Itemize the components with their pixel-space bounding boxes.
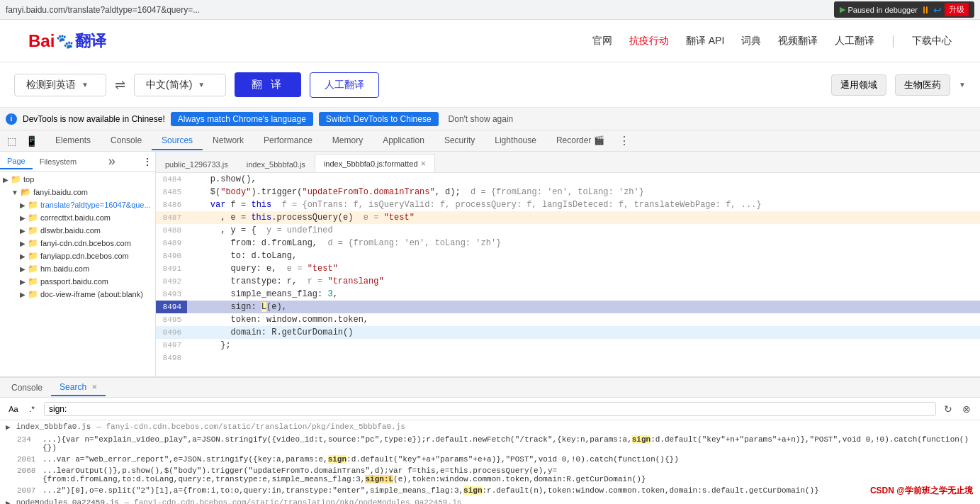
- domain-biomedical-button[interactable]: 生物医药: [895, 74, 950, 96]
- file-tree: ▶ 📁 top ▼ 📂 fanyi.baidu.com ▶ 📁 translat…: [0, 172, 155, 302]
- translate-to-arrow: ▼: [198, 81, 205, 89]
- devtools-more-tabs[interactable]: ⋮: [614, 131, 634, 150]
- tab-console[interactable]: Console: [101, 132, 152, 150]
- nav-kangyi[interactable]: 抗疫行动: [629, 35, 669, 47]
- search-result-line-2068[interactable]: 2068 ...learOutput()},p.show(),$("body")…: [0, 465, 980, 485]
- cursor-icon[interactable]: ⬚: [3, 133, 20, 150]
- sidebar-tab-filesystem[interactable]: Filesystem: [33, 155, 84, 169]
- folder-icon-passport: 📁: [28, 276, 38, 286]
- search-file-header-index[interactable]: ▶ index_5bbbfa0.js — fanyi-cdn.cdn.bcebo…: [0, 420, 980, 434]
- code-line-8484: 8484 p.show(),: [156, 173, 980, 186]
- search-action-buttons: ↻ ⊗: [940, 401, 974, 417]
- search-clear-btn[interactable]: ⊗: [959, 401, 974, 417]
- switch-devtools-button[interactable]: Switch DevTools to Chinese: [319, 112, 439, 126]
- search-results[interactable]: ▶ index_5bbbfa0.js — fanyi-cdn.cdn.bcebo…: [0, 420, 980, 504]
- translate-to-select[interactable]: 中文(简体) ▼: [134, 74, 226, 96]
- editor-tab-index[interactable]: index_5bbbfa0.js: [237, 156, 315, 172]
- tree-item-fanyiapp[interactable]: ▶ 📁 fanyiapp.cdn.bcebos.com: [0, 250, 155, 262]
- line-num-8494: 8494: [156, 301, 187, 313]
- tree-item-translate[interactable]: ▶ 📁 translate?aldtype=16047&que...: [0, 198, 155, 211]
- devtools-notify-bar: i DevTools is now available in Chinese! …: [0, 108, 980, 130]
- result-content-2068: ...learOutput()},p.show(),$("body").trig…: [43, 466, 974, 483]
- tab-network[interactable]: Network: [203, 132, 254, 150]
- search-result-line-234[interactable]: 234 ...){var n="explain_video_play",a=JS…: [0, 434, 980, 454]
- search-input[interactable]: [49, 404, 931, 414]
- nav-download[interactable]: 下载中心: [912, 35, 952, 47]
- search-refresh-btn[interactable]: ↻: [940, 401, 956, 417]
- result-line-num-2061: 2061: [17, 455, 40, 464]
- tree-item-hm[interactable]: ▶ 📁 hm.baidu.com: [0, 262, 155, 275]
- search-tab-close[interactable]: ×: [91, 381, 97, 392]
- bottom-tab-search[interactable]: Search ×: [51, 379, 106, 396]
- search-file-name: index_5bbbfa0.js: [16, 422, 91, 432]
- line-content-8490: to: d.toLang,: [187, 250, 297, 262]
- nav-api[interactable]: 翻译 API: [686, 35, 724, 47]
- tab-application[interactable]: Application: [373, 132, 434, 150]
- bottom-tab-console[interactable]: Console: [3, 380, 51, 396]
- line-num-8485: 8485: [156, 186, 187, 198]
- tree-arrow-dlswbr: ▶: [20, 227, 26, 235]
- nav-guanwang[interactable]: 官网: [592, 35, 612, 47]
- translate-swap-icon[interactable]: ⇌: [115, 77, 125, 93]
- sidebar-more-btn[interactable]: »: [104, 154, 120, 169]
- tab-sources[interactable]: Sources: [152, 132, 203, 150]
- play-icon: ▶: [840, 5, 845, 14]
- search-regex-btn[interactable]: .*: [24, 401, 40, 417]
- tree-item-passport[interactable]: ▶ 📁 passport.baidu.com: [0, 275, 155, 288]
- line-content-8488: , y = { y = undefined: [187, 224, 333, 237]
- domain-dropdown-arrow[interactable]: ▼: [959, 81, 966, 89]
- editor-tab-label-formatted: index_5bbbfa0.js:formatted: [324, 159, 418, 168]
- search-file-header-node[interactable]: ▶ nodeModules_0a22459.js — fanyi-cdn.cdn…: [0, 496, 980, 504]
- nav-video[interactable]: 视频翻译: [778, 35, 818, 47]
- tree-item-top[interactable]: ▶ 📁 top: [0, 173, 155, 186]
- search-result-line-2097[interactable]: 2097 ...2")[0],o=e.split("2")[1],a={from…: [0, 485, 980, 496]
- nav-cidian[interactable]: 词典: [741, 35, 761, 47]
- tree-label-dlswbr: dlswbr.baidu.com: [40, 226, 101, 235]
- result-line-num-2097: 2097: [17, 486, 40, 495]
- tree-item-doc-view[interactable]: ▶ 📁 doc-view-iframe (about:blank): [0, 288, 155, 301]
- tree-arrow-fanyiapp: ▶: [20, 252, 26, 260]
- tab-memory[interactable]: Memory: [322, 132, 373, 150]
- tree-item-dlswbr[interactable]: ▶ 📁 dlswbr.baidu.com: [0, 224, 155, 237]
- search-file-path: — fanyi-cdn.cdn.bcebos.com/static/transl…: [96, 422, 405, 432]
- translate-from-select[interactable]: 检测到英语 ▼: [14, 74, 106, 96]
- tab-performance[interactable]: Performance: [254, 132, 322, 150]
- tree-item-correcttxt[interactable]: ▶ 📁 correcttxt.baidu.com: [0, 211, 155, 224]
- tab-lighthouse[interactable]: Lighthouse: [485, 132, 546, 150]
- dont-show-button[interactable]: Don't show again: [444, 112, 518, 126]
- translate-button[interactable]: 翻 译: [235, 72, 301, 97]
- nav-human[interactable]: 人工翻译: [835, 35, 874, 47]
- tab-security[interactable]: Security: [434, 132, 485, 150]
- search-result-line-2061[interactable]: 2061 ...var a="web_error_report",e=JSON.…: [0, 454, 980, 465]
- search-options: Aa .*: [6, 401, 40, 417]
- search-case-sensitive-btn[interactable]: Aa: [6, 401, 21, 417]
- tab-elements[interactable]: Elements: [45, 132, 101, 150]
- code-line-8489: 8489 from: d.fromLang, d = {fromLang: 'e…: [156, 237, 980, 250]
- editor-tab-close[interactable]: ×: [421, 158, 427, 169]
- upgrade-button[interactable]: 升级: [945, 3, 969, 16]
- line-content-8487: , e = this.processQuery(e) e = "test": [187, 211, 415, 224]
- line-num-8488: 8488: [156, 224, 187, 237]
- tree-label-fanyi-cdn: fanyi-cdn.cdn.bcebos.com: [40, 239, 131, 247]
- device-icon[interactable]: 📱: [23, 133, 40, 150]
- editor-tab-formatted[interactable]: index_5bbbfa0.js:formatted ×: [315, 154, 435, 173]
- code-line-8485: 8485 $("body").trigger("updateFromTo.dom…: [156, 186, 980, 198]
- tree-item-fanyi[interactable]: ▼ 📂 fanyi.baidu.com: [0, 186, 155, 198]
- code-line-8493: 8493 simple_means_flag: 3,: [156, 288, 980, 301]
- search-file-path-node: — fanyi-cdn.cdn.bcebos.com/static/transl…: [125, 498, 461, 504]
- domain-general-button[interactable]: 通用领域: [831, 74, 886, 96]
- editor-tab-public[interactable]: public_1296733.js: [156, 156, 237, 172]
- code-line-8488: 8488 , y = { y = undefined: [156, 224, 980, 237]
- paused-label: Paused in debugger: [848, 6, 918, 14]
- sidebar-tab-page[interactable]: Page: [0, 154, 33, 169]
- tab-recorder[interactable]: Recorder 🎬: [546, 132, 614, 150]
- line-content-8495: token: window.common.token,: [187, 313, 368, 326]
- line-num-8484: 8484: [156, 173, 187, 186]
- human-translate-button[interactable]: 人工翻译: [310, 72, 379, 98]
- result-line-num-234: 234: [17, 435, 40, 452]
- line-content-8485: $("body").trigger("updateFromTo.domainTr…: [187, 186, 644, 198]
- tree-item-fanyi-cdn[interactable]: ▶ 📁 fanyi-cdn.cdn.bcebos.com: [0, 237, 155, 250]
- tree-arrow-doc-view: ▶: [20, 291, 26, 298]
- sidebar-options-btn[interactable]: ⋮: [140, 156, 155, 167]
- always-match-button[interactable]: Always match Chrome's language: [171, 112, 313, 126]
